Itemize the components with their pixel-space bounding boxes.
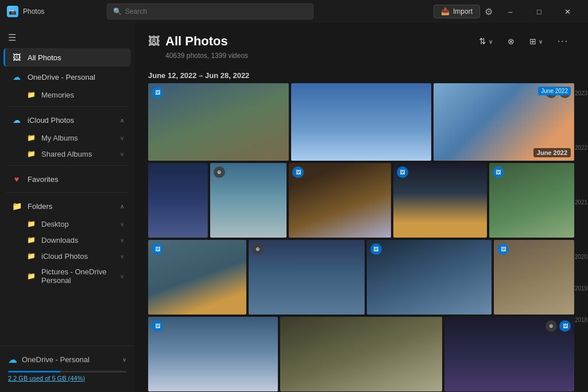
- all-photos-icon: 🖼: [11, 52, 22, 63]
- photo-item[interactable]: ⊕ 🖼: [444, 317, 574, 391]
- filter-button[interactable]: ⊗: [502, 34, 520, 49]
- year-label-2022[interactable]: 2022: [575, 143, 587, 152]
- sidebar-item-downloads[interactable]: 📁 Downloads ∨: [3, 232, 131, 247]
- photo-item[interactable]: 🖼: [367, 240, 492, 315]
- photo-thumbnail: [148, 83, 289, 161]
- year-timeline[interactable]: June 2022 2023 2022 2021 2020 2019 2018: [574, 83, 588, 392]
- onedrive-footer-label: OneDrive - Personal: [22, 355, 118, 364]
- shared-albums-label: Shared Albums: [41, 150, 114, 158]
- year-label-2018[interactable]: 2018: [575, 316, 587, 324]
- sidebar-item-onedrive[interactable]: ☁ OneDrive - Personal: [3, 68, 131, 86]
- more-button[interactable]: ···: [552, 33, 574, 49]
- sort-button[interactable]: ⇅ ∨: [473, 33, 498, 49]
- photo-badge: 🖼: [370, 243, 382, 255]
- content-subtitle: 40639 photos, 1399 videos: [148, 52, 574, 60]
- memories-icon: 📁: [26, 90, 36, 99]
- photo-item[interactable]: 🖼: [494, 240, 574, 315]
- sort-icon: ⇅: [479, 36, 486, 46]
- sidebar-item-icloud[interactable]: ☁ iCloud Photos ∧: [3, 111, 131, 129]
- page-title: All Photos: [165, 34, 228, 49]
- photo-thumbnail: [280, 317, 442, 391]
- more-icon: ···: [558, 36, 568, 46]
- hamburger-menu[interactable]: ☰: [0, 28, 134, 48]
- photo-item[interactable]: [148, 163, 208, 238]
- search-box[interactable]: 🔍: [107, 3, 314, 20]
- photo-badge: 🖼: [292, 166, 304, 178]
- view-button[interactable]: ⊞ ∨: [524, 34, 548, 49]
- onedrive-footer-item[interactable]: ☁ OneDrive - Personal ∨: [8, 352, 126, 367]
- my-albums-chevron: ∨: [120, 135, 124, 141]
- photo-thumbnail: [148, 240, 246, 315]
- sidebar-item-my-albums[interactable]: 📁 My Albums ∨: [3, 130, 131, 145]
- sidebar-item-all-photos[interactable]: 🖼 All Photos: [3, 48, 131, 67]
- storage-bar-fill: [8, 371, 60, 372]
- sidebar-item-folders[interactable]: 📁 Folders ∧: [3, 197, 131, 215]
- sidebar-item-shared-albums[interactable]: 📁 Shared Albums ∨: [3, 146, 131, 161]
- main-content: 🖼 All Photos ⇅ ∨ ⊗ ⊞ ∨: [134, 23, 588, 392]
- content-actions: ⇅ ∨ ⊗ ⊞ ∨ ···: [473, 33, 574, 49]
- photo-badge: ⊕: [214, 166, 225, 178]
- onedrive-icon: ☁: [11, 72, 22, 82]
- photo-item[interactable]: 🖼: [393, 163, 487, 238]
- onedrive-footer-chevron: ∨: [122, 356, 126, 363]
- app-icon: 📷: [7, 6, 18, 17]
- content-title: 🖼 All Photos: [148, 34, 228, 49]
- photo-badge: 🖼: [152, 87, 163, 98]
- app-body: ☰ 🖼 All Photos ☁ OneDrive - Personal 📁 M…: [0, 23, 588, 392]
- sidebar-item-memories[interactable]: 📁 Memories: [3, 87, 131, 102]
- photo-item[interactable]: 🖼: [489, 163, 574, 238]
- photo-item[interactable]: ⊕: [210, 163, 287, 238]
- close-button[interactable]: ✕: [555, 2, 581, 21]
- photo-item[interactable]: 🖼: [148, 83, 289, 161]
- photo-item[interactable]: ⊕: [249, 240, 365, 315]
- storage-link[interactable]: 2.2 GB used of 5 GB (44%): [8, 375, 85, 382]
- onedrive-label: OneDrive - Personal: [28, 73, 124, 81]
- year-label-2020[interactable]: 2020: [575, 253, 587, 261]
- photo-thumbnail: [291, 83, 432, 161]
- folders-chevron: ∧: [120, 203, 124, 209]
- photo-row-4: 🖼 ⊕ 🖼: [148, 317, 574, 391]
- sidebar-item-desktop[interactable]: 📁 Desktop ∨: [3, 216, 131, 231]
- storage-text[interactable]: 2.2 GB used of 5 GB (44%): [8, 375, 126, 382]
- photo-thumbnail: [148, 317, 278, 391]
- photo-badge: 🖼: [397, 166, 408, 178]
- desktop-chevron: ∨: [120, 221, 124, 227]
- year-label-2019[interactable]: 2019: [575, 284, 587, 293]
- titlebar: 📷 Photos 🔍 📥 Import ⚙ – □ ✕: [0, 0, 588, 23]
- photo-item[interactable]: 🖼: [289, 163, 391, 238]
- photo-item[interactable]: 🖼: [148, 240, 246, 315]
- search-input[interactable]: [125, 7, 307, 15]
- year-label-2021[interactable]: 2021: [575, 198, 587, 207]
- sidebar-footer: ☁ OneDrive - Personal ∨ 2.2 GB used of 5…: [0, 346, 134, 387]
- onedrive-footer-icon: ☁: [8, 354, 17, 365]
- icloud-folder-icon: 📁: [26, 251, 36, 261]
- photo-badge: ⊕: [546, 320, 557, 332]
- photo-thumbnail: [289, 163, 391, 238]
- year-indicator-badge: June 2022: [538, 87, 571, 95]
- maximize-button[interactable]: □: [526, 2, 552, 21]
- app-title: Photos: [23, 7, 44, 15]
- folders-icon: 📁: [11, 201, 22, 211]
- window-controls: – □ ✕: [497, 2, 581, 21]
- photo-item[interactable]: 🖼: [148, 317, 278, 391]
- sidebar-item-favorites[interactable]: ♥ Favorites: [3, 170, 131, 188]
- import-button[interactable]: 📥 Import: [434, 5, 480, 18]
- settings-icon[interactable]: ⚙: [485, 6, 493, 17]
- year-label-2023[interactable]: 2023: [575, 89, 587, 98]
- photo-item[interactable]: [280, 317, 442, 391]
- sidebar: ☰ 🖼 All Photos ☁ OneDrive - Personal 📁 M…: [0, 23, 134, 392]
- minimize-button[interactable]: –: [497, 2, 524, 21]
- downloads-icon: 📁: [26, 235, 36, 244]
- sidebar-item-pictures-onedrive[interactable]: 📁 Pictures - OneDrive Personal ∨: [3, 265, 131, 288]
- sidebar-item-icloud-folder[interactable]: 📁 iCloud Photos ∨: [3, 249, 131, 263]
- all-photos-label: All Photos: [28, 53, 124, 62]
- storage-bar-background: [8, 371, 126, 372]
- photo-item[interactable]: [291, 83, 432, 161]
- photo-grid-container[interactable]: 🖼 🖼 🖼 June 2022 ⊕: [134, 83, 588, 392]
- view-chevron: ∨: [539, 38, 543, 45]
- folders-label: Folders: [28, 202, 114, 211]
- photo-badge: 🖼: [152, 243, 163, 255]
- titlebar-right: 📥 Import ⚙ – □ ✕: [434, 2, 581, 21]
- sidebar-divider-2: [7, 165, 127, 166]
- icloud-label: iCloud Photos: [28, 116, 114, 125]
